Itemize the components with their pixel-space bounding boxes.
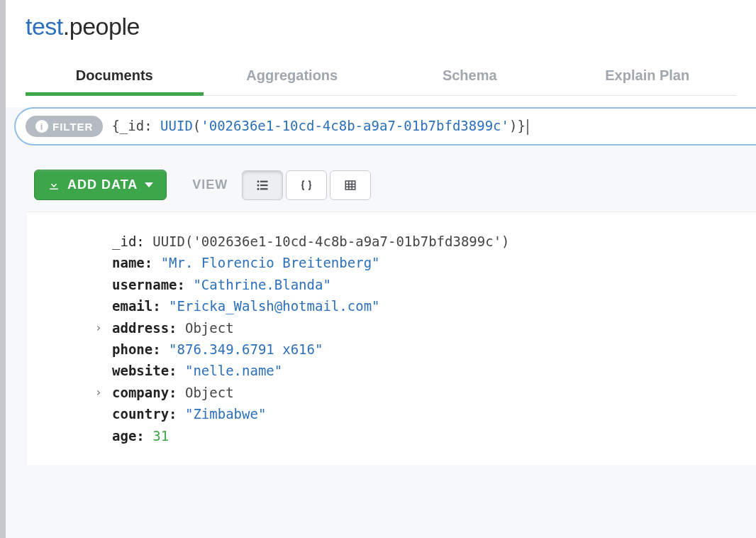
field-colon: : [136,234,152,249]
field-value[interactable]: "nelle.name" [185,363,282,378]
document-field-row: ›address: Object [112,317,742,339]
field-value[interactable]: "Ericka_Walsh@hotmail.com" [169,298,379,314]
svg-rect-1 [260,180,268,182]
namespace-collection: people [70,13,140,40]
document-field-row: country: "Zimbabwe" [112,403,742,424]
view-table-button[interactable] [330,170,371,200]
field-value[interactable]: UUID('002636e1-10cd-4c8b-a9a7-01b7bfd389… [152,234,509,249]
braces-icon [299,179,314,192]
page-content: test.people Documents Aggregations Schem… [6,0,756,465]
field-colon: : [145,255,161,270]
svg-point-0 [257,180,260,182]
add-data-label: ADD DATA [67,177,138,192]
svg-rect-3 [260,184,268,185]
document-field-row: ›company: Object [112,382,742,403]
add-data-button[interactable]: ADD DATA [34,170,167,200]
field-value[interactable]: Object [185,320,234,336]
list-icon [255,179,270,192]
field-colon: : [169,385,185,400]
namespace-title: test.people [26,13,736,40]
namespace-db: test [26,13,63,40]
field-key: username [112,277,177,292]
field-value[interactable]: 31 [152,428,169,444]
field-key: address [112,320,169,336]
svg-rect-6 [346,181,356,190]
svg-point-4 [257,187,260,190]
filter-brace-close: } [517,118,525,133]
document-field-row: age: 31 [112,425,742,446]
field-value[interactable]: "876.349.6791 x616" [169,341,323,357]
field-colon: : [169,320,185,336]
filter-badge-label: FILTER [52,121,93,133]
field-key: website [112,363,169,378]
field-colon: : [169,406,185,422]
field-colon: : [177,277,194,292]
table-icon [343,179,358,192]
tab-explain-plan[interactable]: Explain Plan [559,57,737,95]
document-field-row: _id: UUID('002636e1-10cd-4c8b-a9a7-01b7b… [112,231,742,252]
field-value[interactable]: "Mr. Florencio Breitenberg" [161,255,380,270]
chevron-down-icon [145,182,153,187]
document-field-row: username: "Cathrine.Blanda" [112,274,742,295]
field-key: email [112,298,152,314]
workspace: i FILTER {_id: UUID('002636e1-10cd-4c8b-… [6,107,756,465]
view-label: VIEW [192,177,228,192]
document-field-row: phone: "876.349.6791 x616" [112,339,742,360]
filter-sep: : [144,118,160,133]
field-colon: : [169,363,185,378]
filter-key: _id [120,118,144,133]
field-key: age [112,428,136,444]
field-value[interactable]: Object [185,385,234,400]
tab-documents[interactable]: Documents [26,57,204,95]
field-key: company [112,385,169,400]
field-value[interactable]: "Cathrine.Blanda" [193,277,330,292]
tab-schema[interactable]: Schema [381,57,559,95]
filter-str: '002636e1-10cd-4c8b-a9a7-01b7bfd3899c' [201,118,509,133]
expand-toggle-icon[interactable]: › [95,383,102,402]
filter-badge[interactable]: i FILTER [26,116,103,137]
info-icon: i [35,120,48,133]
download-icon [48,179,60,192]
filter-paren-close: ) [509,118,517,133]
toolbar: ADD DATA VIEW [6,153,756,212]
filter-paren-open: ( [193,118,201,133]
field-key: name [112,255,145,270]
tab-aggregations[interactable]: Aggregations [204,57,382,95]
document-field-row: website: "nelle.name" [112,360,742,381]
document-field-row: email: "Ericka_Walsh@hotmail.com" [112,295,742,317]
view-json-button[interactable] [286,170,327,200]
field-key: phone [112,341,152,357]
svg-rect-5 [260,188,268,190]
field-colon: : [136,428,152,444]
expand-toggle-icon[interactable]: › [95,319,102,337]
tabs: Documents Aggregations Schema Explain Pl… [26,57,736,96]
view-mode-group [242,170,371,200]
top-bar: test.people Documents Aggregations Schem… [6,0,756,96]
namespace-dot: . [63,13,70,40]
field-key: _id [112,234,136,249]
text-cursor [527,119,528,135]
view-list-button[interactable] [242,170,283,200]
field-colon: : [152,298,169,314]
left-gutter [0,0,6,538]
field-value[interactable]: "Zimbabwe" [185,406,266,422]
filter-brace-open: { [111,118,119,133]
field-colon: : [152,341,169,357]
filter-query-input[interactable]: {_id: UUID('002636e1-10cd-4c8b-a9a7-01b7… [111,118,528,135]
document-field-row: name: "Mr. Florencio Breitenberg" [112,252,742,273]
document-card: _id: UUID('002636e1-10cd-4c8b-a9a7-01b7b… [27,212,756,465]
field-key: country [112,406,169,422]
filter-func: UUID [160,118,193,133]
filter-bar[interactable]: i FILTER {_id: UUID('002636e1-10cd-4c8b-… [14,107,756,146]
svg-point-2 [257,184,260,186]
